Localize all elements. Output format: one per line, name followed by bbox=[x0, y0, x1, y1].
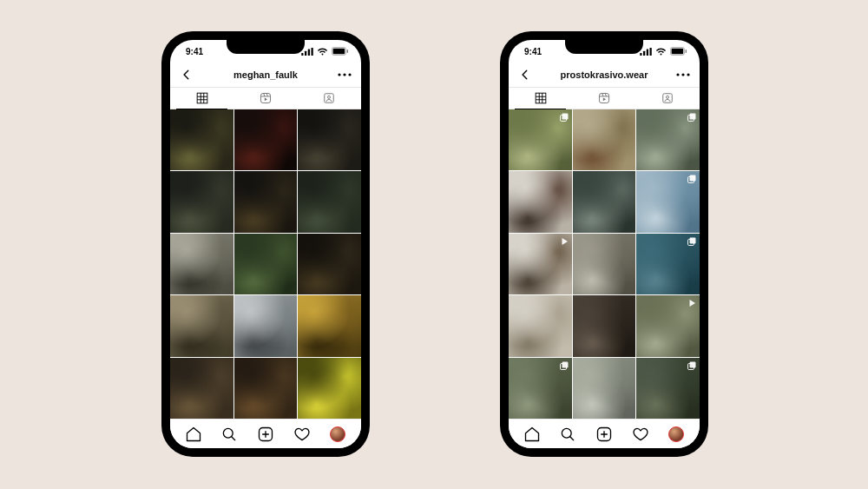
profile-navbar: prostokrasivo.wear bbox=[509, 63, 700, 87]
status-time: 9:41 bbox=[186, 47, 203, 56]
battery-icon bbox=[332, 47, 349, 56]
grid-post[interactable] bbox=[509, 358, 572, 419]
tab-posts[interactable] bbox=[170, 88, 233, 109]
profile-tabs bbox=[509, 87, 700, 109]
grid-post[interactable] bbox=[234, 295, 298, 356]
grid-post[interactable] bbox=[509, 109, 572, 170]
notch bbox=[227, 40, 305, 54]
grid-post[interactable] bbox=[636, 358, 700, 419]
svg-point-8 bbox=[343, 73, 345, 76]
grid-post[interactable] bbox=[170, 358, 233, 419]
grid-post[interactable] bbox=[636, 234, 700, 294]
grid-post[interactable] bbox=[573, 109, 636, 170]
grid-post[interactable] bbox=[170, 109, 233, 170]
svg-rect-38 bbox=[562, 361, 568, 367]
notch bbox=[565, 40, 643, 54]
wifi-icon bbox=[317, 48, 328, 56]
grid-post[interactable] bbox=[298, 295, 361, 356]
grid-post[interactable] bbox=[234, 234, 298, 294]
svg-rect-11 bbox=[260, 93, 270, 102]
svg-rect-3 bbox=[312, 48, 313, 56]
svg-point-7 bbox=[338, 73, 340, 76]
nav-home[interactable] bbox=[523, 425, 542, 444]
back-button[interactable] bbox=[179, 67, 194, 83]
grid-post[interactable] bbox=[636, 295, 700, 356]
nav-activity[interactable] bbox=[293, 425, 312, 444]
post-grid[interactable] bbox=[170, 109, 361, 419]
nav-add-post[interactable] bbox=[595, 425, 614, 444]
nav-search[interactable] bbox=[220, 425, 239, 444]
grid-post[interactable] bbox=[170, 295, 233, 356]
grid-post[interactable] bbox=[170, 171, 233, 232]
svg-rect-27 bbox=[599, 93, 608, 102]
svg-rect-6 bbox=[347, 50, 348, 53]
profile-username[interactable]: prostokrasivo.wear bbox=[561, 69, 648, 80]
svg-point-23 bbox=[676, 73, 679, 76]
grid-post[interactable] bbox=[298, 234, 361, 294]
svg-rect-2 bbox=[308, 49, 310, 56]
carousel-icon bbox=[559, 360, 569, 371]
svg-point-13 bbox=[328, 96, 331, 98]
carousel-icon bbox=[687, 174, 697, 184]
grid-post[interactable] bbox=[298, 109, 361, 170]
grid-post[interactable] bbox=[298, 171, 361, 232]
grid-post[interactable] bbox=[234, 358, 298, 419]
nav-activity[interactable] bbox=[631, 425, 650, 444]
nav-add-post[interactable] bbox=[256, 425, 275, 444]
phone-frame: 9:41meghan_faulk bbox=[161, 31, 370, 457]
grid-post[interactable] bbox=[636, 109, 700, 170]
svg-rect-0 bbox=[301, 53, 303, 56]
grid-post[interactable] bbox=[636, 171, 700, 232]
tab-reels[interactable] bbox=[233, 88, 297, 109]
svg-rect-5 bbox=[333, 49, 345, 54]
nav-home[interactable] bbox=[184, 425, 203, 444]
back-button[interactable] bbox=[517, 67, 533, 83]
svg-rect-18 bbox=[647, 49, 648, 56]
avatar bbox=[330, 426, 345, 442]
grid-post[interactable] bbox=[234, 109, 298, 170]
battery-icon bbox=[670, 47, 687, 56]
svg-rect-34 bbox=[689, 175, 695, 182]
nav-profile[interactable] bbox=[328, 425, 347, 444]
bottom-nav bbox=[170, 419, 361, 448]
profile-username[interactable]: meghan_faulk bbox=[233, 69, 298, 80]
svg-point-9 bbox=[348, 73, 351, 76]
svg-rect-19 bbox=[650, 48, 652, 56]
grid-post[interactable] bbox=[573, 234, 636, 294]
nav-search[interactable] bbox=[558, 425, 577, 444]
svg-point-29 bbox=[667, 96, 669, 98]
nav-profile[interactable] bbox=[667, 425, 686, 444]
svg-rect-26 bbox=[536, 93, 546, 103]
svg-rect-36 bbox=[689, 237, 695, 243]
grid-post[interactable] bbox=[509, 234, 572, 294]
carousel-icon bbox=[687, 112, 697, 122]
phone-frame: 9:41prostokrasivo.wear bbox=[500, 31, 708, 457]
grid-post[interactable] bbox=[170, 234, 233, 294]
bottom-nav bbox=[509, 419, 700, 448]
more-options-button[interactable] bbox=[675, 67, 691, 83]
grid-post[interactable] bbox=[509, 171, 572, 232]
wifi-icon bbox=[655, 48, 667, 56]
svg-rect-17 bbox=[643, 50, 645, 55]
avatar bbox=[668, 426, 684, 442]
tab-posts[interactable] bbox=[509, 88, 572, 109]
more-options-button[interactable] bbox=[337, 67, 352, 83]
grid-post[interactable] bbox=[573, 358, 636, 419]
video-icon bbox=[559, 236, 569, 247]
svg-rect-40 bbox=[689, 361, 695, 367]
grid-post[interactable] bbox=[234, 171, 298, 232]
grid-post[interactable] bbox=[298, 358, 361, 419]
grid-post[interactable] bbox=[573, 295, 636, 356]
post-grid[interactable] bbox=[509, 109, 700, 419]
svg-rect-30 bbox=[562, 114, 568, 120]
carousel-icon bbox=[687, 360, 697, 371]
grid-post[interactable] bbox=[509, 295, 572, 356]
tab-tagged[interactable] bbox=[298, 88, 361, 109]
carousel-icon bbox=[687, 236, 697, 247]
svg-point-24 bbox=[681, 73, 684, 76]
svg-rect-32 bbox=[689, 114, 695, 120]
grid-post[interactable] bbox=[573, 171, 636, 232]
phone-screen: 9:41prostokrasivo.wear bbox=[509, 40, 700, 448]
tab-tagged[interactable] bbox=[636, 88, 700, 109]
tab-reels[interactable] bbox=[572, 88, 635, 109]
